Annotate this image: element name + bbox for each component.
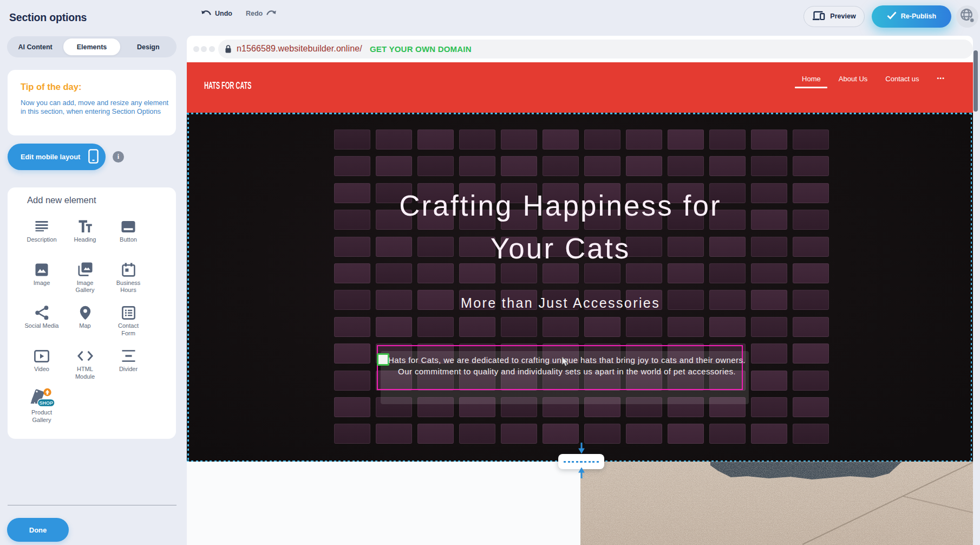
- url-bar[interactable]: n1566589.websitebuilder.online/ GET YOUR…: [218, 40, 973, 59]
- hat-cubby-cell: [793, 424, 829, 444]
- hat-cubby-cell: [417, 129, 454, 150]
- undo-button[interactable]: Undo: [201, 9, 232, 18]
- element-label: ImageGallery: [76, 280, 95, 294]
- hat-cubby-cell: [751, 156, 787, 176]
- hat-cubby-cell: [793, 129, 829, 150]
- tip-card: Tip of the day: Now you can add, move an…: [8, 70, 176, 135]
- tip-title: Tip of the day:: [21, 82, 163, 92]
- hero-subheading: More than Just Accessories: [187, 295, 934, 311]
- sidebar-divider: [8, 505, 177, 505]
- element-html-module[interactable]: HTMLModule: [63, 349, 107, 380]
- hat-cubby-cell: [709, 317, 746, 337]
- map-icon: [80, 306, 91, 320]
- hat-cubby-cell: [584, 156, 620, 176]
- nav-more-menu[interactable]: •••: [937, 75, 945, 81]
- element-image-gallery[interactable]: ImageGallery: [63, 263, 107, 294]
- element-divider[interactable]: Divider: [107, 349, 150, 373]
- hat-cubby-cell: [668, 129, 704, 150]
- image-gallery-icon: [78, 263, 93, 277]
- element-video[interactable]: Video: [20, 349, 63, 373]
- tab-design[interactable]: Design: [120, 38, 177, 55]
- get-domain-link[interactable]: GET YOUR OWN DOMAIN: [370, 44, 472, 54]
- hero-section[interactable]: Crafting Happiness for Your Cats More th…: [187, 113, 973, 462]
- hero-heading: Crafting Happiness for Your Cats: [187, 184, 934, 270]
- element-label: ContactForm: [118, 322, 139, 337]
- hat-cubby-cell: [459, 156, 495, 176]
- hat-cubby-cell: [709, 156, 746, 176]
- product-gallery-icon: SHOP: [28, 392, 55, 406]
- info-icon[interactable]: i: [113, 151, 124, 163]
- hat-cubby-cell: [751, 424, 787, 444]
- smartphone-icon: [88, 149, 99, 165]
- element-button[interactable]: Button: [107, 219, 150, 244]
- hat-cubby-cell: [793, 343, 829, 364]
- element-map[interactable]: Map: [63, 306, 107, 330]
- hat-cubby-cell: [501, 156, 537, 176]
- next-section-image: [580, 462, 973, 545]
- sand-texture: [580, 462, 973, 545]
- hat-cubby-cell: [668, 424, 704, 444]
- page-title: Section options: [9, 11, 87, 24]
- element-product-gallery[interactable]: SHOPProductGallery: [20, 392, 63, 424]
- mouse-cursor: [561, 356, 569, 369]
- history-controls: Undo Redo: [201, 9, 277, 18]
- nav-home[interactable]: Home: [802, 75, 821, 83]
- hat-cubby-cell: [626, 317, 662, 337]
- element-heading[interactable]: Heading: [63, 219, 107, 244]
- sidebar-tabs: AI Content Elements Design: [7, 36, 177, 57]
- hat-cubby-cell: [417, 317, 454, 337]
- globe-icon: [959, 8, 975, 25]
- element-social-media[interactable]: Social Media: [20, 306, 63, 330]
- hat-cubby-cell: [543, 317, 579, 337]
- done-button[interactable]: Done: [7, 518, 69, 542]
- video-icon: [34, 349, 49, 363]
- hat-cubby-cell: [501, 129, 537, 150]
- hat-cubby-cell: [626, 424, 662, 444]
- scrollbar-thumb[interactable]: [974, 50, 978, 112]
- hat-cubby-cell: [751, 343, 787, 364]
- element-label: Map: [79, 322, 90, 330]
- tab-elements[interactable]: Elements: [63, 38, 120, 55]
- edit-mobile-layout-button[interactable]: Edit mobile layout: [8, 144, 106, 170]
- hat-cubby-cell: [376, 424, 412, 444]
- hat-cubby-cell: [501, 424, 537, 444]
- redo-button[interactable]: Redo: [246, 9, 277, 18]
- element-label: Video: [34, 366, 49, 373]
- element-label: Image: [34, 280, 50, 287]
- hat-cubby-cell: [793, 371, 829, 391]
- element-label: Description: [27, 236, 56, 244]
- element-business-hours[interactable]: BusinessHours: [107, 263, 150, 294]
- element-label: ProductGallery: [31, 409, 52, 424]
- site-logo[interactable]: HATS FOR CATS: [204, 80, 251, 92]
- tab-ai-content[interactable]: AI Content: [7, 38, 63, 55]
- element-contact-form[interactable]: ContactForm: [107, 306, 150, 337]
- hat-cubby-cell: [626, 156, 662, 176]
- divider-icon: [121, 349, 136, 363]
- hat-cubby-cell: [417, 424, 454, 444]
- hat-cubby-cell: [459, 424, 495, 444]
- element-description[interactable]: Description: [20, 219, 63, 244]
- social-media-icon: [35, 306, 49, 320]
- element-label: BusinessHours: [116, 280, 141, 294]
- nav-about-us[interactable]: About Us: [839, 75, 867, 83]
- hat-cubby-cell: [751, 371, 787, 391]
- hat-cubby-cell: [709, 129, 746, 150]
- hat-cubby-cell: [459, 317, 495, 337]
- site-nav: HomeAbout UsContact us•••: [802, 75, 945, 83]
- section-selection-border: [187, 113, 972, 114]
- section-selection-border: [187, 113, 189, 462]
- browser-dot: [209, 46, 215, 52]
- hat-cubby-cell: [584, 317, 620, 337]
- language-globe-button[interactable]: [956, 5, 978, 28]
- preview-button[interactable]: Preview: [803, 6, 865, 27]
- business-hours-icon: [122, 263, 135, 277]
- element-label: Divider: [119, 366, 138, 373]
- section-resize-handle[interactable]: [558, 454, 604, 469]
- element-image[interactable]: Image: [20, 263, 63, 287]
- hat-cubby-cell: [751, 397, 787, 417]
- tip-body: Now you can add, move and resize any ele…: [21, 99, 163, 116]
- nav-contact-us[interactable]: Contact us: [885, 75, 919, 83]
- republish-button[interactable]: Re-Publish: [872, 5, 951, 28]
- hat-cubby-cell: [334, 397, 370, 417]
- image-icon: [35, 263, 48, 277]
